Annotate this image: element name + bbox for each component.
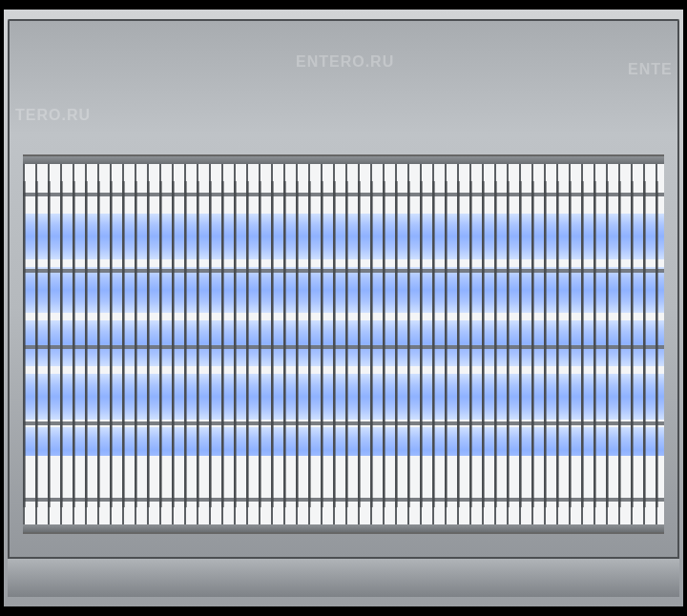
protective-grid: [23, 154, 664, 534]
vertical-bars-inner: [23, 181, 664, 507]
watermark-text: ENTERO.RU: [296, 53, 394, 71]
watermark-text: ENTE: [628, 61, 673, 78]
device-front-panel: ENTERO.RU ENTE TERO.RU: [8, 19, 679, 597]
device-base-strip: [8, 557, 679, 597]
grid-bottom-rail: [23, 524, 664, 532]
watermark-text: TERO.RU: [15, 107, 91, 124]
grid-top-rail: [23, 156, 664, 164]
device-outer-casing: ENTERO.RU ENTE TERO.RU: [0, 6, 687, 610]
product-image-frame: ENTERO.RU ENTE TERO.RU: [0, 0, 687, 616]
